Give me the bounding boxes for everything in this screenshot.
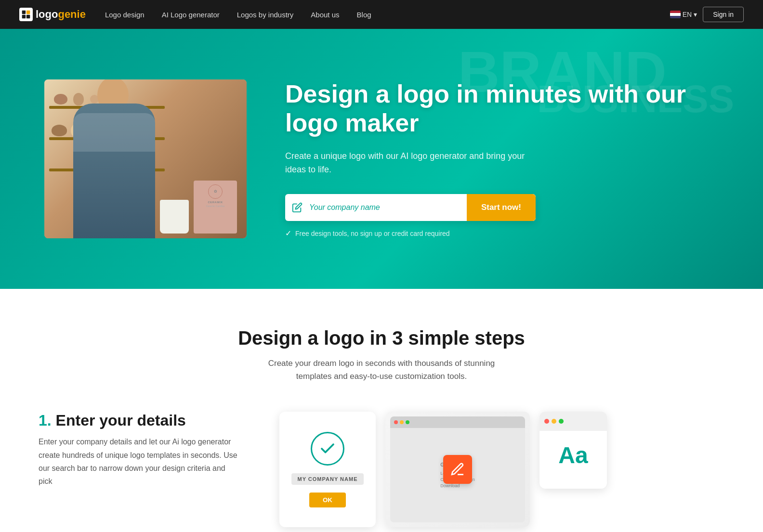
pottery-item-2 [73, 93, 84, 105]
svg-rect-0 [22, 11, 26, 14]
steps-title: Design a logo in 3 simple steps [39, 327, 724, 349]
step-1-number: 1. Enter your details [39, 412, 241, 429]
svg-rect-2 [22, 15, 26, 19]
pottery-item-4 [52, 125, 67, 136]
svg-rect-1 [26, 11, 30, 14]
hero-cta-form: Start now! [285, 194, 536, 221]
steps-content: 1. Enter your details Enter your company… [39, 412, 724, 527]
mock-ok-button[interactable]: OK [309, 493, 346, 507]
nav-logos-by-industry[interactable]: Logos by industry [237, 11, 294, 19]
step-1-mockup: MY COMPANY NAME OK [279, 412, 724, 527]
hero-note: ✓ Free design tools, no sign up or credi… [285, 229, 719, 238]
flag-icon [670, 11, 681, 18]
hero-text-area: Design a logo in minutes with our logo m… [285, 80, 719, 238]
candle-box: ✿ CERAMIX Ceramic Candles [194, 181, 237, 234]
nav-about-us[interactable]: About us [311, 11, 339, 19]
pencil-icon [285, 202, 309, 213]
pottery-item-1 [54, 94, 67, 104]
hero-section: BRAND BUSINESS [0, 29, 763, 289]
nav-blog[interactable]: Blog [357, 11, 371, 19]
hero-note-text: Free design tools, no sign up or credit … [295, 230, 450, 237]
mock-card-details: MY COMPANY NAME OK [279, 412, 376, 527]
hero-photo-background: ✿ CERAMIX Ceramic Candles [44, 79, 247, 238]
step-1-desc: Enter your company details and let our A… [39, 435, 241, 488]
dot-yellow [552, 419, 556, 424]
steps-header: Design a logo in 3 simple steps Create y… [39, 327, 724, 383]
step-1-left: 1. Enter your details Enter your company… [39, 412, 241, 488]
svg-rect-3 [26, 15, 30, 19]
mock-check-icon [311, 432, 344, 466]
step-name-inline: Enter your details [56, 412, 186, 429]
mock-design-icon [443, 455, 472, 484]
mock-design-tool-inner: Get Started Logo templates Customize des… [385, 412, 530, 527]
hero-title: Design a logo in minutes with our logo m… [285, 80, 719, 138]
check-icon: ✓ [285, 229, 291, 238]
nav-right: EN ▾ Sign in [670, 7, 744, 22]
steps-section: Design a logo in 3 simple steps Create y… [0, 289, 763, 532]
nav-logo-design[interactable]: Logo design [105, 11, 145, 19]
language-selector[interactable]: EN ▾ [670, 11, 697, 18]
dot-green [559, 419, 564, 424]
navigation: logogenie Logo design AI Logo generator … [0, 0, 763, 29]
hero-image: ✿ CERAMIX Ceramic Candles [44, 79, 247, 238]
nav-links: Logo design AI Logo generator Logos by i… [105, 11, 651, 19]
mock-card-typography: Aa [539, 412, 607, 489]
hero-subtitle: Create a unique logo with our AI logo ge… [285, 149, 526, 177]
chevron-down-icon: ▾ [694, 11, 697, 18]
person-silhouette [73, 104, 155, 238]
logo-link[interactable]: logogenie [19, 8, 86, 21]
dot-red [544, 419, 549, 424]
mock-company-badge: MY COMPANY NAME [291, 473, 363, 485]
company-name-input[interactable] [309, 203, 467, 212]
nav-ai-logo-generator[interactable]: AI Logo generator [162, 11, 220, 19]
language-label: EN [683, 11, 692, 18]
hero-content: ✿ CERAMIX Ceramic Candles Design a logo … [44, 79, 719, 238]
mock-card-design-tool: Get Started Logo templates Customize des… [385, 412, 530, 527]
sign-in-button[interactable]: Sign in [703, 7, 744, 22]
steps-subtitle: Create your dream logo in seconds with t… [256, 357, 507, 383]
candle-jar [160, 200, 189, 234]
mock-window-controls [539, 412, 607, 431]
brand-name: logogenie [36, 8, 86, 21]
mock-typography-display: Aa [539, 431, 607, 479]
start-now-button[interactable]: Start now! [467, 194, 536, 221]
logo-icon [19, 8, 33, 21]
hero-image-wrapper: ✿ CERAMIX Ceramic Candles [44, 79, 247, 238]
